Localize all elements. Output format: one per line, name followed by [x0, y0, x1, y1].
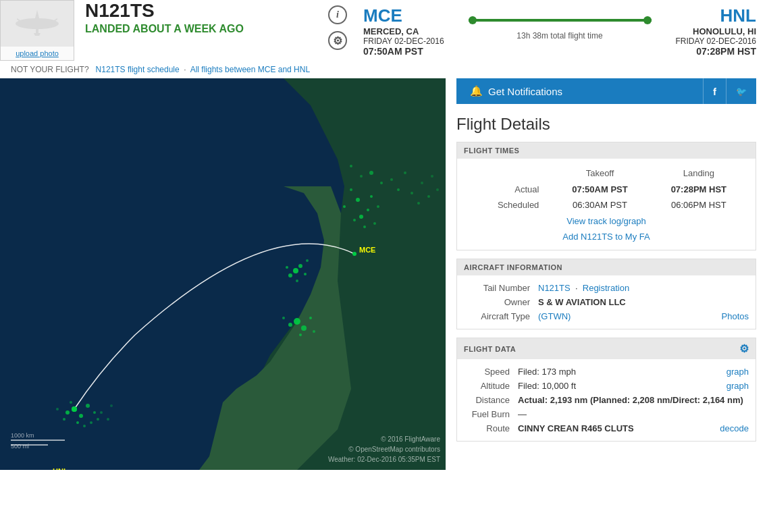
svg-point-56 — [100, 411, 103, 414]
origin-city: MERCED, CA — [363, 26, 455, 36]
speed-graph-link[interactable]: graph — [721, 367, 749, 377]
svg-point-16 — [373, 222, 376, 225]
svg-point-24 — [411, 192, 413, 194]
all-flights-link[interactable]: All flights between MCE and HNL — [190, 65, 310, 74]
svg-point-35 — [286, 266, 288, 269]
svg-point-21 — [390, 178, 393, 181]
svg-point-49 — [63, 418, 65, 421]
not-your-flight-bar: NOT YOUR FLIGHT? N121TS flight schedule … — [0, 61, 767, 78]
owner-row: Owner S & W AVIATION LLC — [464, 295, 749, 309]
svg-point-39 — [288, 323, 292, 327]
svg-point-37 — [294, 318, 300, 325]
svg-point-29 — [436, 188, 439, 191]
altitude-graph-link[interactable]: graph — [721, 381, 749, 391]
route-origin: MCE MERCED, CA FRIDAY 02-DEC-2016 07:50A… — [363, 5, 455, 57]
dest-code[interactable]: HNL — [665, 5, 757, 26]
tail-number-value: N121TS · Registration — [538, 283, 749, 293]
actual-label: Actual — [465, 182, 550, 196]
aircraft-info-header: AIRCRAFT INFORMATION — [457, 259, 756, 275]
add-to-fa-link[interactable]: Add N121TS to My FA — [562, 232, 650, 242]
fuel-burn-label: Fuel Burn — [464, 409, 518, 419]
svg-point-19 — [369, 171, 373, 175]
tail-number-link[interactable]: N121TS — [538, 283, 571, 293]
svg-point-15 — [363, 225, 366, 228]
actual-landing: 07:28PM HST — [650, 182, 747, 196]
distance-label: Distance — [464, 395, 518, 405]
flight-data-settings-icon[interactable]: ⚙ — [739, 342, 749, 355]
aircraft-info-body: Tail Number N121TS · Registration Owner … — [457, 275, 756, 329]
route-dest: HNL HONOLULU, HI FRIDAY 02-DEC-2016 07:2… — [665, 5, 757, 57]
upload-photo-link[interactable]: upload photo — [1, 47, 74, 60]
route-label: Route — [464, 423, 518, 433]
svg-rect-63 — [11, 440, 65, 441]
svg-point-32 — [288, 273, 292, 277]
flight-times-body: Takeoff Landing Actual 07:50AM PST 07:28… — [457, 159, 756, 250]
scheduled-label: Scheduled — [465, 198, 550, 212]
svg-point-46 — [65, 410, 70, 415]
route-value: CINNY CREAN R465 CLUTS — [518, 423, 714, 433]
distance-row: Distance Actual: 2,193 nm (Planned: 2,20… — [464, 393, 749, 407]
svg-point-45 — [79, 414, 83, 418]
svg-point-54 — [56, 408, 59, 410]
svg-point-28 — [427, 195, 430, 198]
route-decode-link[interactable]: decode — [714, 423, 749, 433]
svg-point-42 — [282, 317, 285, 319]
origin-date: FRIDAY 02-DEC-2016 — [363, 36, 455, 46]
aircraft-type-row: Aircraft Type (GTWN) Photos — [464, 309, 749, 323]
svg-point-14 — [343, 205, 346, 208]
svg-point-10 — [370, 195, 373, 198]
dest-date: FRIDAY 02-DEC-2016 — [665, 36, 757, 46]
svg-point-48 — [76, 421, 79, 424]
info-icon[interactable]: i — [328, 5, 347, 24]
facebook-share-button[interactable]: f — [703, 78, 726, 104]
registration-link[interactable]: Registration — [583, 283, 629, 293]
takeoff-col-header: Takeoff — [551, 165, 648, 181]
svg-point-40 — [309, 317, 312, 319]
svg-point-38 — [301, 325, 307, 331]
map-section: MCE HNL 1000 km 500 mi © 2016 FlightAwar… — [0, 78, 446, 470]
origin-time: 07:50AM PST — [363, 46, 455, 57]
altitude-row: Altitude Filed: 10,000 ft graph — [464, 379, 749, 393]
route-line-container: 13h 38m total flight time — [455, 14, 665, 41]
tail-number-row: Tail Number N121TS · Registration — [464, 281, 749, 295]
get-notifications-button[interactable]: 🔔 Get Notifications — [456, 78, 703, 104]
svg-text:1000 km: 1000 km — [11, 432, 34, 439]
distance-value: Actual: 2,193 nm (Planned: 2,208 nm/Dire… — [518, 395, 749, 405]
svg-point-59 — [352, 252, 356, 256]
svg-point-55 — [90, 421, 92, 424]
svg-rect-4 — [36, 26, 38, 33]
origin-code[interactable]: MCE — [363, 5, 455, 26]
view-track-row: View track log/graph — [464, 213, 749, 229]
total-flight-time: 13h 38m total flight time — [517, 31, 602, 41]
flight-id: N121TS — [85, 0, 317, 22]
twitter-share-button[interactable]: 🐦 — [726, 78, 756, 104]
svg-marker-1 — [34, 10, 41, 24]
svg-point-52 — [83, 425, 86, 427]
add-to-fa-row: Add N121TS to My FA — [464, 229, 749, 244]
dest-time: 07:28PM HST — [665, 46, 757, 57]
svg-point-41 — [299, 334, 302, 336]
speed-row: Speed Filed: 173 mph graph — [464, 365, 749, 379]
owner-label: Owner — [464, 297, 538, 307]
svg-point-33 — [304, 273, 307, 275]
tail-number-label: Tail Number — [464, 283, 538, 293]
svg-point-27 — [431, 175, 433, 178]
flight-times-section: FLIGHT TIMES Takeoff Landing Actual — [456, 142, 756, 250]
fuel-burn-value: — — [518, 409, 749, 419]
view-track-link[interactable]: View track log/graph — [566, 216, 646, 226]
svg-point-51 — [70, 401, 72, 404]
route-row: Route CINNY CREAN R465 CLUTS decode — [464, 421, 749, 435]
schedule-link[interactable]: N121TS flight schedule — [96, 65, 180, 74]
actual-takeoff: 07:50AM PST — [551, 182, 648, 196]
aircraft-type-link[interactable]: (GTWN) — [538, 311, 571, 321]
svg-marker-5 — [34, 33, 41, 36]
scheduled-takeoff: 06:30AM PST — [551, 198, 648, 212]
flight-data-body: Speed Filed: 173 mph graph Altitude File… — [457, 359, 756, 441]
svg-point-36 — [306, 259, 309, 262]
photos-link[interactable]: Photos — [722, 311, 749, 321]
settings-icon[interactable]: ⚙ — [328, 31, 347, 50]
map-copyright: © 2016 FlightAware© OpenStreetMap contri… — [328, 434, 440, 464]
svg-point-22 — [404, 171, 406, 174]
right-panel: 🔔 Get Notifications f 🐦 Flight Details F… — [446, 78, 767, 470]
speed-label: Speed — [464, 367, 518, 377]
